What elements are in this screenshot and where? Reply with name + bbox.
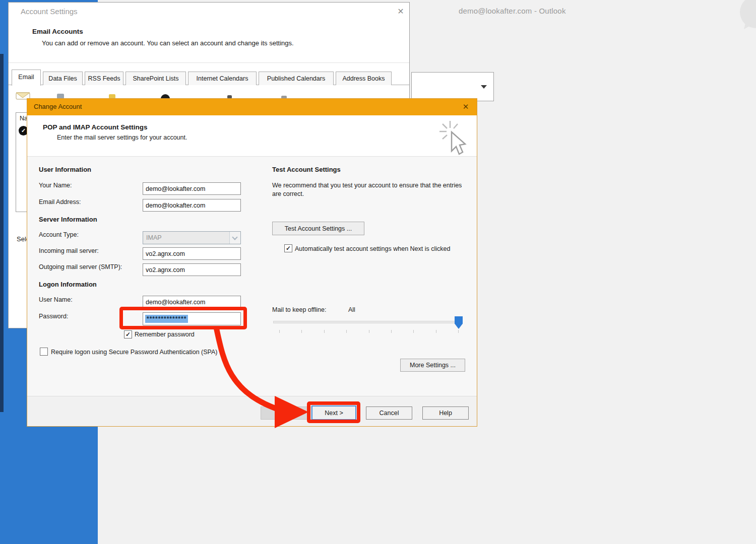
change-account-titlebar[interactable]: Change Account ✕ — [27, 99, 477, 115]
change-account-dialog: Change Account ✕ POP and IMAP Account Se… — [27, 98, 477, 427]
tab-sharepoint-lists[interactable]: SharePoint Lists — [125, 72, 186, 85]
wizard-subheading: Enter the mail server settings for your … — [57, 134, 187, 141]
close-icon[interactable]: ✕ — [395, 6, 407, 18]
remember-password-label: Remember password — [135, 331, 195, 338]
tab-published-calendars[interactable]: Published Calendars — [259, 72, 334, 85]
account-type-label: Account Type: — [39, 231, 79, 238]
divider — [9, 62, 409, 63]
mail-offline-slider-thumb[interactable] — [455, 316, 463, 329]
screen: demo@lookafter.com - Outlook Account Set… — [0, 0, 756, 544]
wizard-header: POP and IMAP Account Settings Enter the … — [27, 115, 477, 157]
user-information-title: User Information — [39, 166, 91, 173]
combo-dropdown-button — [229, 232, 240, 244]
help-button[interactable]: Help — [422, 406, 469, 420]
chat-bubble-icon — [732, 0, 756, 30]
logon-information-title: Logon Information — [39, 281, 97, 288]
wizard-heading: POP and IMAP Account Settings — [43, 123, 148, 131]
server-information-title: Server Information — [39, 216, 97, 223]
next-button[interactable]: Next > — [311, 405, 356, 420]
slider-tick — [458, 330, 459, 333]
test-account-settings-button[interactable]: Test Account Settings ... — [272, 222, 364, 235]
slider-tick — [369, 330, 369, 333]
slider-tick — [413, 330, 414, 333]
slider-tick — [279, 330, 280, 333]
your-name-label: Your Name: — [39, 182, 72, 189]
slider-tick — [346, 330, 347, 333]
user-name-input[interactable] — [143, 296, 241, 308]
incoming-server-input[interactable] — [143, 247, 241, 260]
tab-address-books[interactable]: Address Books — [336, 72, 392, 85]
slider-tick — [324, 330, 325, 333]
change-account-title: Change Account — [34, 103, 82, 110]
outgoing-server-input[interactable] — [143, 263, 241, 276]
mail-offline-label: Mail to keep offline: — [272, 306, 326, 313]
account-type-value: IMAP — [146, 234, 162, 241]
account-type-select[interactable]: IMAP — [143, 231, 241, 244]
slider-tick — [436, 330, 436, 333]
test-account-settings-description: We recommend that you test your account … — [272, 181, 472, 198]
slider-tick — [301, 330, 302, 333]
password-label: Password: — [39, 313, 68, 320]
cursor-sparkle-icon — [436, 118, 472, 156]
mail-offline-slider-track[interactable] — [273, 321, 462, 323]
email-address-label: Email Address: — [39, 198, 81, 206]
mail-offline-value: All — [348, 306, 355, 313]
outlook-window-title: demo@lookafter.com - Outlook — [459, 7, 566, 15]
password-selected-text: ************** — [145, 315, 188, 323]
spa-checkbox[interactable] — [40, 348, 48, 356]
remember-password-checkbox[interactable]: ✓ — [124, 330, 132, 338]
outlook-scrollbar-strip — [0, 54, 4, 412]
email-accounts-heading: Email Accounts — [32, 28, 83, 35]
user-name-label: User Name: — [39, 296, 73, 303]
auto-test-checkbox[interactable]: ✓ — [284, 244, 292, 252]
chevron-down-icon — [232, 234, 237, 240]
email-accounts-description: You can add or remove an account. You ca… — [42, 39, 294, 47]
your-name-input[interactable] — [143, 182, 241, 195]
dropdown-arrow-icon — [481, 85, 487, 89]
close-icon[interactable]: ✕ — [460, 101, 472, 113]
tab-internet-calendars[interactable]: Internet Calendars — [188, 72, 257, 85]
incoming-server-label: Incoming mail server: — [39, 247, 99, 254]
password-input[interactable]: ************** — [143, 312, 241, 325]
back-button[interactable]: < Back — [261, 406, 313, 420]
tab-data-files[interactable]: Data Files — [43, 72, 83, 85]
outgoing-server-label: Outgoing mail server (SMTP): — [39, 263, 122, 270]
test-account-settings-title: Test Account Settings — [272, 166, 341, 173]
cancel-button[interactable]: Cancel — [366, 406, 412, 420]
account-settings-titlebar[interactable]: Account Settings — [21, 7, 78, 16]
auto-test-label: Automatically test account settings when… — [295, 245, 464, 253]
divider — [27, 396, 477, 396]
background-dropdown[interactable] — [411, 72, 494, 101]
email-address-input[interactable] — [143, 199, 241, 212]
tab-rss-feeds[interactable]: RSS Feeds — [85, 72, 123, 85]
slider-tick — [391, 330, 392, 333]
spa-label: Require logon using Secure Password Auth… — [51, 348, 238, 356]
tab-email[interactable]: Email — [12, 70, 41, 86]
more-settings-button[interactable]: More Settings ... — [400, 359, 465, 372]
